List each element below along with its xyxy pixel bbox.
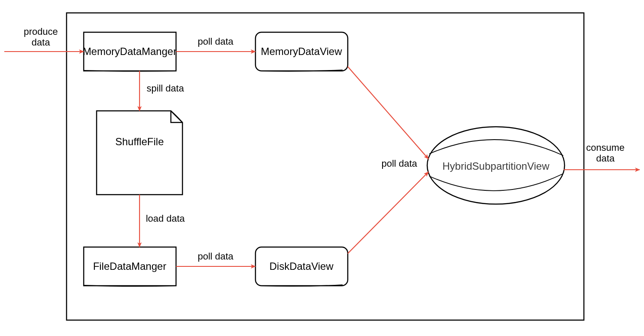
hybrid-subpartition-view-label: HybridSubpartitionView	[442, 160, 550, 172]
disk-data-view-node: DiskDataView	[255, 247, 348, 286]
memory-view-to-hybrid-arrow	[348, 67, 428, 159]
spill-data-arrow: spill data	[140, 71, 184, 111]
produce-data-arrow: produce data	[4, 26, 84, 52]
produce-data-label-line2: data	[32, 37, 51, 48]
poll-data-memory-arrow: poll data	[176, 36, 255, 52]
svg-line-10	[348, 67, 428, 159]
disk-data-view-label: DiskDataView	[270, 260, 334, 272]
memory-data-manager-label: MemoryDataManger	[83, 46, 177, 57]
shuffle-file-label: ShuffleFile	[115, 136, 164, 147]
poll-data-disk-label: poll data	[197, 251, 234, 262]
poll-data-disk-arrow: poll data	[176, 251, 255, 266]
memory-data-view-label: MemoryDataView	[261, 46, 343, 57]
file-data-manager-node: FileDataManger	[84, 247, 176, 286]
consume-data-label-line2: data	[596, 153, 615, 164]
file-data-manager-label: FileDataManger	[93, 260, 167, 272]
produce-data-label-line1: produce	[24, 26, 58, 37]
memory-data-view-node: MemoryDataView	[255, 32, 348, 71]
shuffle-file-node: ShuffleFile	[97, 111, 182, 195]
disk-view-to-hybrid-arrow	[348, 172, 428, 254]
memory-data-manager-node: MemoryDataManger	[83, 32, 177, 71]
spill-data-label: spill data	[147, 83, 185, 94]
load-data-label: load data	[146, 213, 185, 224]
consume-data-label-line1: consume	[586, 142, 624, 153]
consume-data-arrow: consume data	[564, 142, 640, 170]
load-data-arrow: load data	[140, 195, 185, 247]
svg-line-11	[348, 172, 428, 254]
poll-data-hybrid-label: poll data	[381, 158, 417, 169]
hybrid-subpartition-view-node: HybridSubpartitionView	[427, 127, 565, 204]
poll-data-memory-label: poll data	[197, 36, 234, 47]
